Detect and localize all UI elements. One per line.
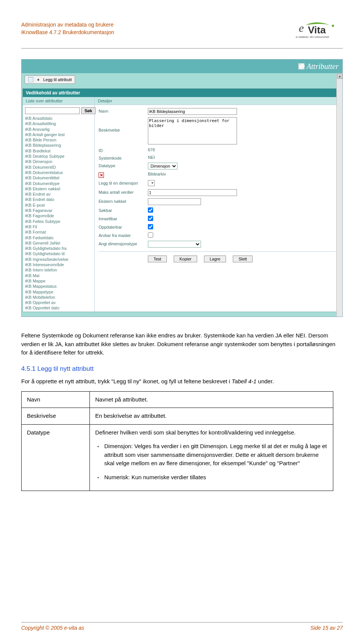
- section-heading: 4.5.1 Legg til nytt attributt: [21, 364, 343, 374]
- app-screenshot: ✥ Attributter + Legg til attributt Vedli…: [21, 59, 343, 317]
- label-legg-til-dim: Legg til en dimensjon: [99, 180, 148, 185]
- innsettbar-checkbox[interactable]: [148, 216, 153, 221]
- doc-title-line1: Administrasjon av metadata og brukere: [21, 21, 114, 29]
- footer-divider: [21, 622, 343, 623]
- list-item[interactable]: iKB E-post: [25, 202, 92, 208]
- ekstern-nokkel-input[interactable]: [148, 198, 201, 205]
- list-item[interactable]: iKB Bilde Person: [25, 137, 92, 143]
- svg-text:e-vitaliser din virksomhet: e-vitaliser din virksomhet: [296, 35, 329, 39]
- label-datatype: Datatype: [99, 163, 148, 168]
- beskrivelse-textarea[interactable]: Plassering i dimensjonstreet for bilder: [148, 117, 237, 144]
- value-systemkode: NEI: [148, 155, 336, 160]
- list-item[interactable]: iKB Brødtekst: [25, 148, 92, 154]
- doc-header: Administrasjon av metadata og brukere iK…: [21, 21, 114, 36]
- add-dimension-select[interactable]: [148, 180, 155, 186]
- list-item[interactable]: iKB Endret dato: [25, 197, 92, 202]
- plus-icon: +: [36, 77, 41, 82]
- right-column-header: Detaljer: [98, 99, 112, 103]
- list-item[interactable]: iKB Mappestatus: [25, 284, 92, 289]
- list-item[interactable]: iKB Endret av: [25, 191, 92, 197]
- cell-datatype-desc: Definerer hvilken verdi som skal benytte…: [90, 424, 333, 491]
- list-item[interactable]: iKB Fil: [25, 224, 92, 229]
- list-item[interactable]: iKB Ansattdato: [25, 116, 92, 121]
- list-item[interactable]: iKB Fagansvar: [25, 208, 92, 213]
- logo: e Vita e-vitaliser din virksomhet: [293, 21, 343, 41]
- footer-copyright: Copyright © 2005 e-vita as: [21, 625, 84, 631]
- test-button[interactable]: Test: [148, 256, 167, 262]
- search-input[interactable]: [25, 107, 80, 114]
- paragraph-1: Feltene Systemkode og Dokument referanse…: [21, 331, 343, 357]
- lagre-button[interactable]: Lagre: [204, 256, 226, 262]
- angi-dim-select[interactable]: [148, 241, 201, 248]
- label-systemkode: Systemkode: [99, 155, 148, 160]
- list-item[interactable]: iKB Ingress/beskrivelse: [25, 257, 92, 262]
- label-angi-dim: Angi dimensjonstype: [99, 241, 148, 246]
- list-item[interactable]: iKB Dokumentstatus: [25, 170, 92, 175]
- list-item[interactable]: iKB Gyldighetsdato til: [25, 251, 92, 256]
- list-item[interactable]: iKB Mal: [25, 273, 92, 278]
- attribute-list-column: Liste over attributter Søk iKB Ansattdat…: [23, 97, 95, 312]
- list-item[interactable]: iKB Mappe: [25, 278, 92, 284]
- list-item: Numerisk: Kun numeriske verdier tillates: [104, 473, 328, 482]
- sokbar-checkbox[interactable]: [148, 207, 153, 213]
- list-item[interactable]: iKB Felles Subtype: [25, 219, 92, 224]
- value-id: 678: [148, 147, 336, 152]
- list-item[interactable]: iKB DokumentID: [25, 165, 92, 170]
- evita-logo-icon: e Vita e-vitaliser din virksomhet: [293, 21, 343, 40]
- list-item[interactable]: iKB Desktop Subtype: [25, 154, 92, 159]
- list-item[interactable]: iKB Bildeplassering: [25, 143, 92, 148]
- list-item[interactable]: iKB Ansvarlig: [25, 127, 92, 132]
- navn-input[interactable]: [148, 108, 237, 115]
- left-column-header: Liste over attributter: [26, 99, 63, 103]
- add-attribute-button[interactable]: + Legg til attributt: [25, 75, 75, 84]
- list-item[interactable]: iKB Gyldighetsdato fra: [25, 246, 92, 251]
- table-row: Beskrivelse En beskrivelse av attributte…: [22, 408, 333, 425]
- search-button[interactable]: Søk: [81, 107, 96, 114]
- panel-title: Vedlikehold av attributter: [23, 89, 341, 97]
- delete-icon[interactable]: ✕: [99, 173, 104, 178]
- table-row: Navn Navnet på attributtet.: [22, 391, 333, 408]
- list-item[interactable]: iKB Dokumenttittel: [25, 175, 92, 180]
- maintenance-panel: Vedlikehold av attributter Liste over at…: [22, 88, 342, 312]
- list-item[interactable]: iKB Fødseldato: [25, 235, 92, 240]
- label-innsettbar: Innsettbar: [99, 216, 148, 221]
- list-item[interactable]: iKB Mappetype: [25, 289, 92, 295]
- datatype-select[interactable]: Dimensjon: [148, 163, 177, 169]
- paragraph-2: For å opprette et nytt attributt, trykk …: [21, 377, 343, 386]
- grid-icon: [28, 77, 33, 82]
- list-item[interactable]: iKB Intern telefon: [25, 267, 92, 273]
- list-item[interactable]: iKB Generell JaNei: [25, 240, 92, 246]
- scrollbar-vertical[interactable]: ▲: [336, 73, 342, 317]
- table-row: Datatype Definerer hvilken verdi som ska…: [22, 424, 333, 491]
- label-maks-antall: Maks antall verdier: [99, 189, 148, 194]
- cell-datatype: Datatype: [22, 424, 90, 491]
- list-item[interactable]: iKB Ekstern nøkkel: [25, 186, 92, 191]
- svg-text:e: e: [299, 22, 304, 34]
- slett-button[interactable]: Slett: [233, 256, 253, 262]
- list-item[interactable]: iKB Dokumenttype: [25, 181, 92, 186]
- header-divider: [21, 48, 343, 49]
- cell-navn: Navn: [22, 391, 90, 408]
- maks-antall-input[interactable]: [148, 189, 237, 196]
- list-item[interactable]: iKB Interesseområde: [25, 262, 92, 267]
- label-oppdaterbar: Oppdaterbar: [99, 224, 148, 229]
- list-item[interactable]: iKB Dimensjon: [25, 159, 92, 164]
- kopier-button[interactable]: Kopier: [174, 256, 197, 262]
- list-item[interactable]: iKB Antall ganger lest: [25, 132, 92, 137]
- list-item[interactable]: iKB Mobiltelefon: [25, 295, 92, 300]
- app-toolbar: + Legg til attributt: [22, 73, 342, 88]
- app-titlebar: ✥ Attributter: [22, 60, 342, 73]
- arvbar-checkbox[interactable]: [148, 232, 153, 238]
- value-bildearkiv: Bildearkiv: [148, 172, 336, 176]
- list-item[interactable]: iKB Ansattstilling: [25, 121, 92, 126]
- list-item[interactable]: iKB Organisasjon: [25, 311, 92, 312]
- oppdaterbar-checkbox[interactable]: [148, 224, 153, 229]
- scroll-up-arrow-icon[interactable]: ▲: [337, 74, 342, 79]
- doc-title-line2: iKnowBase 4.7.2 Brukerdokumentasjon: [21, 29, 114, 36]
- list-item[interactable]: iKB Fagområde: [25, 213, 92, 218]
- list-item[interactable]: iKB Opprettet dato: [25, 305, 92, 311]
- attribute-list: iKB AnsattdatoiKB AnsattstillingiKB Ansv…: [23, 116, 94, 312]
- list-item[interactable]: iKB Format: [25, 229, 92, 235]
- list-item[interactable]: iKB Opprettet av: [25, 300, 92, 305]
- cell-navn-desc: Navnet på attributtet.: [90, 391, 333, 408]
